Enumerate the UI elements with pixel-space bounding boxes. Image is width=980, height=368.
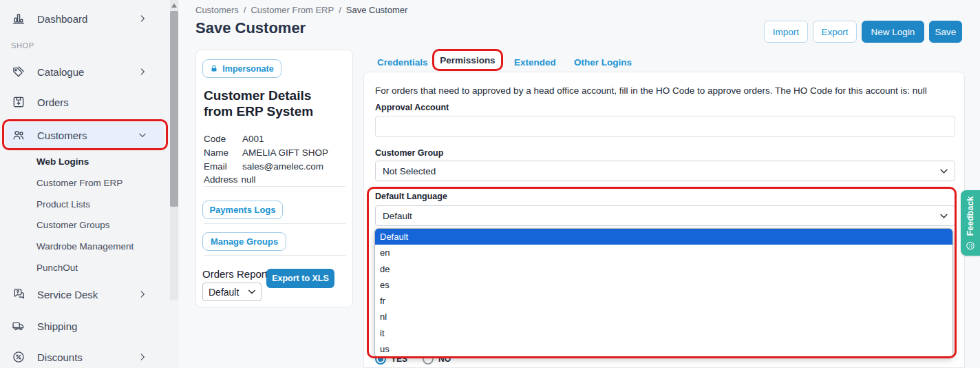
field-label: Code bbox=[204, 134, 242, 144]
divider bbox=[204, 186, 345, 187]
impersonate-button[interactable]: Impersonate bbox=[202, 59, 281, 78]
permissions-panel: For orders that need to approved by a he… bbox=[363, 72, 965, 368]
chevron-right-icon bbox=[138, 14, 147, 23]
export-to-xls-button[interactable]: Export to XLS bbox=[266, 269, 334, 288]
sidebar-subitem-customer-groups[interactable]: Customer Groups bbox=[36, 220, 110, 230]
field-label: Name bbox=[204, 147, 242, 158]
sidebar-item-label: Catalogue bbox=[37, 66, 84, 78]
chevron-right-icon bbox=[138, 352, 147, 362]
tab-extended[interactable]: Extended bbox=[514, 57, 556, 68]
sidebar-item-label: Service Desk bbox=[37, 289, 98, 300]
tab-credentials[interactable]: Credentials bbox=[377, 57, 428, 68]
chevron-down-icon bbox=[940, 214, 948, 218]
approval-account-input[interactable] bbox=[375, 116, 955, 137]
sidebar-scrollbar-thumb[interactable] bbox=[170, 11, 178, 207]
language-option-fr[interactable]: fr bbox=[375, 293, 952, 309]
customer-group-select[interactable]: Not Selected bbox=[375, 161, 955, 181]
truck-icon bbox=[12, 319, 25, 333]
breadcrumb-separator: / bbox=[244, 5, 246, 15]
import-button[interactable]: Import bbox=[764, 21, 808, 43]
chevron-down-icon bbox=[940, 169, 948, 174]
sidebar-item-service-desk[interactable]: Service Desk bbox=[6, 283, 164, 306]
language-option-default[interactable]: Default bbox=[375, 229, 952, 245]
sidebar-item-dashboard[interactable]: Dashboard bbox=[6, 7, 164, 30]
sidebar-subitem-wardrobe-management[interactable]: Wardrobe Management bbox=[36, 241, 134, 252]
default-language-selected-value: Default bbox=[383, 211, 412, 221]
chevron-right-icon bbox=[138, 289, 147, 299]
feedback-tab-content: Feedback bbox=[961, 190, 980, 256]
chevron-down-icon bbox=[138, 130, 147, 140]
sidebar-subitem-web-logins[interactable]: Web Logins bbox=[36, 156, 89, 167]
new-login-button[interactable]: New Login bbox=[862, 21, 924, 43]
tab-permissions[interactable]: Permissions bbox=[432, 50, 503, 71]
divider bbox=[204, 255, 345, 256]
orders-report-label: Orders Report bbox=[202, 268, 268, 280]
lock-icon bbox=[210, 64, 218, 73]
breadcrumb-current: Save Customer bbox=[346, 5, 408, 15]
language-option-it[interactable]: it bbox=[375, 325, 952, 341]
feedback-tab[interactable]: Feedback bbox=[961, 190, 980, 256]
language-option-us[interactable]: us bbox=[375, 341, 952, 357]
impersonate-label: Impersonate bbox=[222, 64, 273, 74]
field-row-address: Address null bbox=[204, 174, 256, 185]
sidebar-item-label: Discounts bbox=[37, 351, 83, 363]
divider bbox=[204, 223, 345, 224]
chevron-right-icon bbox=[138, 67, 147, 76]
field-label: Email bbox=[204, 161, 242, 172]
sidebar-item-label: Dashboard bbox=[37, 13, 87, 25]
sidebar-subitem-punchout[interactable]: PunchOut bbox=[36, 263, 78, 273]
default-language-select[interactable]: Default bbox=[375, 205, 955, 226]
page-title: Save Customer bbox=[195, 19, 306, 37]
field-value: sales@amelec.com bbox=[242, 161, 323, 172]
approval-account-label: Approval Account bbox=[375, 103, 449, 112]
field-label: Address bbox=[204, 174, 238, 185]
field-row-name: Name AMELIA GIFT SHOP bbox=[204, 147, 328, 158]
ho-code-info-text: For orders that need to approved by a he… bbox=[375, 85, 957, 96]
breadcrumb-separator: / bbox=[339, 5, 341, 15]
export-button[interactable]: Export bbox=[813, 21, 857, 43]
percent-icon bbox=[12, 350, 25, 364]
payments-logs-button[interactable]: Payments Logs bbox=[202, 201, 283, 219]
customer-details-card: Impersonate Customer Details from ERP Sy… bbox=[195, 50, 353, 307]
users-icon bbox=[12, 128, 25, 142]
language-option-de[interactable]: de bbox=[375, 261, 952, 277]
sidebar-item-orders[interactable]: Orders bbox=[6, 90, 164, 114]
orders-report-select[interactable]: Default bbox=[202, 283, 262, 301]
field-value: AMELIA GIFT SHOP bbox=[242, 147, 328, 158]
sidebar-item-label: Shipping bbox=[37, 320, 77, 332]
support-chat-icon bbox=[12, 287, 25, 301]
field-value: A001 bbox=[242, 134, 264, 144]
field-row-code: Code A001 bbox=[204, 134, 264, 144]
sidebar-item-discounts[interactable]: Discounts bbox=[6, 345, 164, 368]
sidebar-subitem-customer-from-erp[interactable]: Customer From ERP bbox=[36, 178, 122, 188]
sidebar-item-catalogue[interactable]: Catalogue bbox=[6, 60, 164, 83]
sidebar-item-shipping[interactable]: Shipping bbox=[6, 314, 164, 338]
field-value: null bbox=[242, 174, 256, 185]
language-dropdown-list: Default en de es fr nl it us bbox=[374, 228, 953, 358]
language-option-es[interactable]: es bbox=[375, 277, 952, 293]
customer-group-selected-value: Not Selected bbox=[383, 166, 436, 176]
scrollbar-up-arrow-icon[interactable] bbox=[171, 3, 177, 8]
orders-report-selected-value: Default bbox=[209, 287, 239, 298]
manage-groups-button[interactable]: Manage Groups bbox=[202, 232, 286, 251]
chevron-down-icon bbox=[248, 289, 255, 294]
app-root: Dashboard SHOP Catalogue Orders Customer… bbox=[0, 0, 980, 368]
sidebar-section-shop: SHOP bbox=[11, 41, 34, 50]
language-option-nl[interactable]: nl bbox=[375, 309, 952, 325]
language-option-en[interactable]: en bbox=[375, 245, 952, 260]
card-heading: Customer Details from ERP System bbox=[204, 88, 339, 119]
package-icon bbox=[12, 95, 25, 109]
sidebar-subitem-product-lists[interactable]: Product Lists bbox=[36, 199, 90, 209]
bar-chart-icon bbox=[12, 12, 25, 25]
smiley-icon bbox=[966, 241, 975, 250]
sidebar-item-customers[interactable]: Customers bbox=[6, 122, 164, 148]
field-row-email: Email sales@amelec.com bbox=[204, 161, 323, 172]
breadcrumb: Customers / Customer From ERP / Save Cus… bbox=[195, 5, 407, 15]
tab-other-logins[interactable]: Other Logins bbox=[574, 57, 632, 68]
save-button[interactable]: Save bbox=[929, 21, 962, 43]
breadcrumb-customer-from-erp[interactable]: Customer From ERP bbox=[251, 5, 334, 15]
feedback-label: Feedback bbox=[966, 196, 975, 236]
tags-icon bbox=[12, 65, 25, 79]
breadcrumb-customers[interactable]: Customers bbox=[195, 5, 239, 15]
sidebar-item-label: Customers bbox=[37, 130, 87, 141]
